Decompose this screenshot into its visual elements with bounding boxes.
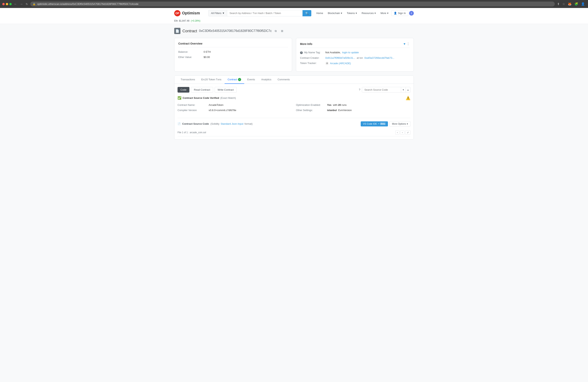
contract-header: 📄 Contract 0xC3Df0c5405315A708176d1828F8… [174, 28, 414, 34]
contract-creator-label: Contract Creator: [300, 56, 325, 59]
other-settings-label: Other Settings: [296, 109, 327, 112]
profile-icon[interactable]: 👤 [580, 2, 586, 6]
file-next-button[interactable]: › [400, 130, 404, 135]
search-help-icon[interactable]: ? [359, 88, 360, 91]
signin-label: Sign In [398, 12, 406, 15]
search-area: All Filters ▼ 🔍 [209, 10, 311, 16]
bookmark-icon[interactable]: ☆ [562, 2, 566, 6]
filter-label: All Filters [211, 12, 221, 15]
file-prev-button[interactable]: ‹ [395, 130, 399, 135]
nav-tokens[interactable]: Tokens ▾ [345, 11, 359, 16]
evm-version-suffix: EvmVersion [338, 109, 352, 112]
optimization-label: Optimization Enabled: [296, 104, 327, 106]
balance-row: Balance: 0 ETH [178, 50, 288, 53]
tab-events-label: Events [247, 78, 255, 81]
tokens-chevron-icon: ▾ [356, 12, 357, 15]
balance-value: 0 ETH [204, 50, 211, 53]
vscode-label: VS Code IDE [363, 123, 377, 125]
search-source-expand-button[interactable]: ▴ [406, 87, 410, 92]
tab-erc20[interactable]: Erc20 Token Txns [198, 76, 225, 84]
maximize-window-button[interactable] [9, 3, 12, 5]
resources-chevron-icon: ▾ [375, 12, 376, 15]
code-tab-content: Code Read Contract Write Contract ? ▾ ▴ … [174, 84, 414, 139]
more-options-menu-button[interactable]: ⋮ [407, 42, 410, 46]
main-nav: Home Blockchain ▾ Tokens ▾ Resources ▾ M… [315, 10, 414, 16]
eth-icon: Ξ [409, 11, 414, 16]
favorite-button[interactable]: ♥ [404, 42, 406, 46]
contract-title: Contract [182, 29, 197, 33]
tab-comments-label: Comments [277, 78, 290, 81]
nav-blockchain[interactable]: Blockchain ▾ [326, 11, 344, 16]
more-chevron-icon: ▾ [387, 12, 388, 15]
contract-code-icon: 📄 [175, 29, 179, 33]
optimization-row: Optimization Enabled: Yes with 20 runs [296, 104, 410, 106]
more-options-button[interactable]: More Options ▾ [389, 121, 410, 127]
source-code-section: 📄 Contract Source Code (Solidity Standar… [178, 118, 410, 136]
evm-version-value: istanbul [327, 109, 337, 112]
forward-button[interactable]: → [19, 2, 24, 6]
creator-address-link[interactable]: 0x911a7f0f80d7a509c31... [325, 56, 355, 59]
browser-window-controls [2, 3, 12, 5]
tab-erc20-label: Erc20 Token Txns [201, 78, 221, 81]
login-to-update-link[interactable]: login to update [342, 51, 359, 54]
read-contract-button[interactable]: Read Contract [191, 87, 213, 93]
close-window-button[interactable] [2, 3, 5, 5]
info-cards: Contract Overview Balance: 0 ETH Ether V… [174, 38, 414, 72]
standard-json-input-link[interactable]: Standard Json-Input [221, 122, 243, 125]
nav-home[interactable]: Home [315, 11, 325, 16]
creator-txn-link[interactable]: 0xaf3a37266ecdd7fab73... [364, 56, 394, 59]
tab-events[interactable]: Events [244, 76, 258, 84]
token-tracker-row: Token Tracker: A Arcade (ARCADE) [300, 62, 410, 65]
filter-dropdown-button[interactable]: All Filters ▼ [209, 10, 227, 16]
eth-price-bar: Eth: $1,847.48 (+0.28%) [169, 18, 419, 24]
nav-resources[interactable]: Resources ▾ [360, 11, 378, 16]
tab-contract[interactable]: Contract ✓ [225, 76, 244, 84]
source-code-actions: VS Code IDE ↗ Beta More Options ▾ [361, 121, 410, 127]
vscode-ide-button[interactable]: VS Code IDE ↗ Beta [361, 121, 388, 127]
tab-analytics[interactable]: Analytics [258, 76, 274, 84]
contract-name-row: Contract Name: ArcadeToken [178, 104, 292, 106]
browser-chrome: ← → ↻ 🔒 optimistic.etherscan.io/address/… [0, 0, 588, 8]
extension-icon[interactable]: 🦊 [567, 2, 572, 6]
back-button[interactable]: ← [13, 2, 18, 6]
ether-value: $0.00 [204, 56, 210, 59]
code-button[interactable]: Code [178, 87, 189, 93]
search-button[interactable]: 🔍 [303, 10, 311, 16]
search-source-input[interactable] [362, 87, 401, 92]
file-expand-button[interactable]: ⤢ [405, 130, 410, 135]
extensions-button[interactable]: 🧩 [574, 2, 579, 6]
more-info-actions: ♥ ⋮ [404, 42, 410, 46]
tab-transactions[interactable]: Transactions [178, 76, 198, 84]
contract-name-value: ArcadeToken [209, 104, 223, 106]
tab-comments[interactable]: Comments [274, 76, 293, 84]
eth-price-value: Eth: $1,847.48 [174, 20, 189, 22]
share-icon[interactable]: ⬆ [556, 2, 560, 6]
page-content: 📄 Contract 0xC3Df0c5405315A708176d1828F8… [169, 24, 419, 144]
signin-button[interactable]: 👤 Sign In [391, 10, 408, 16]
compiler-version-row: Compiler Version v0.8.0+commit.c7dfd78e [178, 109, 292, 112]
minimize-window-button[interactable] [6, 3, 8, 5]
verified-badge: ✅ Contract Source Code Verified (Exact M… [178, 96, 236, 100]
nav-blockchain-label: Blockchain [328, 12, 340, 15]
signin-user-icon: 👤 [394, 12, 397, 15]
nav-tokens-label: Tokens [347, 12, 355, 15]
site-header: OP Optimism All Filters ▼ 🔍 Home Blockch… [0, 8, 588, 24]
grid-view-button[interactable]: ⊞ [280, 29, 284, 33]
write-contract-button[interactable]: Write Contract [215, 87, 237, 93]
balance-label: Balance: [178, 50, 204, 53]
more-options-chevron-icon: ▾ [407, 123, 408, 125]
search-input[interactable] [227, 10, 303, 16]
warning-icon: ⚠️ [406, 96, 410, 100]
nav-more[interactable]: More ▾ [378, 11, 390, 16]
url-bar[interactable]: 🔒 optimistic.etherscan.io/address/0xC3Df… [30, 1, 555, 6]
refresh-button[interactable]: ↻ [25, 2, 29, 6]
file-nav-buttons: ‹ › ⤢ [395, 130, 410, 135]
url-text: optimistic.etherscan.io/address/0xC3Df0c… [37, 2, 552, 5]
copy-address-button[interactable]: ⧉ [273, 29, 278, 33]
search-source-collapse-button[interactable]: ▾ [401, 87, 406, 92]
contract-verified-icon: ✓ [238, 78, 241, 81]
ssl-lock-icon: 🔒 [33, 3, 36, 5]
source-code-format-post: format) [245, 122, 252, 125]
token-tracker-link[interactable]: Arcade (ARCADE) [330, 62, 351, 65]
name-tag-value: Not Available, login to update [325, 51, 359, 54]
